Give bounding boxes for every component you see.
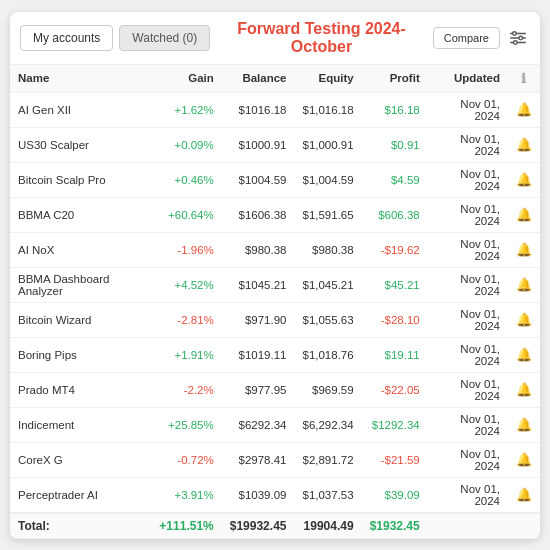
bell-icon[interactable]: 🔔 — [516, 347, 532, 362]
cell-profit: $19.11 — [362, 337, 428, 372]
cell-updated: Nov 01, 2024 — [428, 267, 508, 302]
filter-icon[interactable] — [506, 26, 530, 50]
cell-gain: +0.09% — [151, 127, 221, 162]
cell-balance: $1004.59 — [222, 162, 295, 197]
tab-watched[interactable]: Watched (0) — [119, 25, 210, 51]
bell-icon[interactable]: 🔔 — [516, 417, 532, 432]
cell-gain: -2.2% — [151, 372, 221, 407]
table-row: AI NoX -1.96% $980.38 $980.38 -$19.62 No… — [10, 232, 540, 267]
cell-updated: Nov 01, 2024 — [428, 302, 508, 337]
cell-profit: -$28.10 — [362, 302, 428, 337]
cell-equity: $2,891.72 — [294, 442, 361, 477]
cell-bell[interactable]: 🔔 — [508, 302, 540, 337]
cell-name: Prado MT4 — [10, 372, 151, 407]
table-row: BBMA C20 +60.64% $1606.38 $1,591.65 $606… — [10, 197, 540, 232]
cell-bell[interactable]: 🔔 — [508, 372, 540, 407]
cell-equity: $1,018.76 — [294, 337, 361, 372]
cell-name: CoreX G — [10, 442, 151, 477]
cell-equity: $6,292.34 — [294, 407, 361, 442]
cell-balance: $1016.18 — [222, 92, 295, 127]
total-gain: +111.51% — [151, 513, 221, 539]
cell-gain: -1.96% — [151, 232, 221, 267]
bell-icon[interactable]: 🔔 — [516, 242, 532, 257]
bell-icon[interactable]: 🔔 — [516, 382, 532, 397]
cell-bell[interactable]: 🔔 — [508, 162, 540, 197]
cell-equity: $1,000.91 — [294, 127, 361, 162]
cell-name: Indicement — [10, 407, 151, 442]
total-row: Total: +111.51% $19932.45 19904.49 $1932… — [10, 513, 540, 539]
accounts-table: Name Gain Balance Equity Profit Updated … — [10, 65, 540, 539]
cell-updated: Nov 01, 2024 — [428, 92, 508, 127]
cell-updated: Nov 01, 2024 — [428, 162, 508, 197]
total-bell — [508, 513, 540, 539]
cell-balance: $1000.91 — [222, 127, 295, 162]
cell-name: AI NoX — [10, 232, 151, 267]
cell-updated: Nov 01, 2024 — [428, 337, 508, 372]
cell-updated: Nov 01, 2024 — [428, 232, 508, 267]
bell-icon[interactable]: 🔔 — [516, 172, 532, 187]
cell-balance: $1045.21 — [222, 267, 295, 302]
cell-gain: -2.81% — [151, 302, 221, 337]
cell-bell[interactable]: 🔔 — [508, 267, 540, 302]
cell-equity: $1,016.18 — [294, 92, 361, 127]
cell-bell[interactable]: 🔔 — [508, 127, 540, 162]
main-container: My accounts Watched (0) Forward Testing … — [10, 12, 540, 539]
cell-bell[interactable]: 🔔 — [508, 92, 540, 127]
cell-bell[interactable]: 🔔 — [508, 442, 540, 477]
cell-gain: +25.85% — [151, 407, 221, 442]
col-info: ℹ — [508, 65, 540, 93]
cell-profit: -$22.05 — [362, 372, 428, 407]
cell-updated: Nov 01, 2024 — [428, 372, 508, 407]
col-gain: Gain — [151, 65, 221, 93]
cell-name: Bitcoin Wizard — [10, 302, 151, 337]
table-row: Indicement +25.85% $6292.34 $6,292.34 $1… — [10, 407, 540, 442]
cell-balance: $6292.34 — [222, 407, 295, 442]
cell-balance: $980.38 — [222, 232, 295, 267]
total-updated — [428, 513, 508, 539]
cell-profit: $16.18 — [362, 92, 428, 127]
cell-balance: $977.95 — [222, 372, 295, 407]
cell-updated: Nov 01, 2024 — [428, 477, 508, 513]
table-row: Bitcoin Scalp Pro +0.46% $1004.59 $1,004… — [10, 162, 540, 197]
bell-icon[interactable]: 🔔 — [516, 277, 532, 292]
bell-icon[interactable]: 🔔 — [516, 137, 532, 152]
col-updated: Updated — [428, 65, 508, 93]
cell-balance: $2978.41 — [222, 442, 295, 477]
cell-profit: -$21.59 — [362, 442, 428, 477]
header-bar: My accounts Watched (0) Forward Testing … — [10, 12, 540, 65]
cell-updated: Nov 01, 2024 — [428, 442, 508, 477]
bell-icon[interactable]: 🔔 — [516, 312, 532, 327]
table-row: US30 Scalper +0.09% $1000.91 $1,000.91 $… — [10, 127, 540, 162]
cell-gain: +1.62% — [151, 92, 221, 127]
bell-icon[interactable]: 🔔 — [516, 452, 532, 467]
table-row: AI Gen XII +1.62% $1016.18 $1,016.18 $16… — [10, 92, 540, 127]
cell-gain: +60.64% — [151, 197, 221, 232]
cell-gain: +1.91% — [151, 337, 221, 372]
cell-bell[interactable]: 🔔 — [508, 337, 540, 372]
table-row: Perceptrader AI +3.91% $1039.09 $1,037.5… — [10, 477, 540, 513]
svg-point-5 — [514, 40, 518, 44]
cell-bell[interactable]: 🔔 — [508, 407, 540, 442]
cell-gain: +0.46% — [151, 162, 221, 197]
table-row: CoreX G -0.72% $2978.41 $2,891.72 -$21.5… — [10, 442, 540, 477]
cell-gain: +3.91% — [151, 477, 221, 513]
svg-point-3 — [513, 31, 517, 35]
cell-bell[interactable]: 🔔 — [508, 232, 540, 267]
cell-updated: Nov 01, 2024 — [428, 197, 508, 232]
cell-profit: $4.59 — [362, 162, 428, 197]
cell-bell[interactable]: 🔔 — [508, 477, 540, 513]
compare-button[interactable]: Compare — [433, 27, 500, 49]
table-row: BBMA Dashboard Analyzer +4.52% $1045.21 … — [10, 267, 540, 302]
cell-name: Boring Pips — [10, 337, 151, 372]
page-title: Forward Testing 2024-October — [216, 20, 426, 56]
tab-my-accounts[interactable]: My accounts — [20, 25, 113, 51]
cell-equity: $1,591.65 — [294, 197, 361, 232]
bell-icon[interactable]: 🔔 — [516, 207, 532, 222]
cell-bell[interactable]: 🔔 — [508, 197, 540, 232]
bell-icon[interactable]: 🔔 — [516, 487, 532, 502]
bell-icon[interactable]: 🔔 — [516, 102, 532, 117]
table-row: Prado MT4 -2.2% $977.95 $969.59 -$22.05 … — [10, 372, 540, 407]
cell-profit: $1292.34 — [362, 407, 428, 442]
cell-name: BBMA C20 — [10, 197, 151, 232]
cell-equity: $980.38 — [294, 232, 361, 267]
